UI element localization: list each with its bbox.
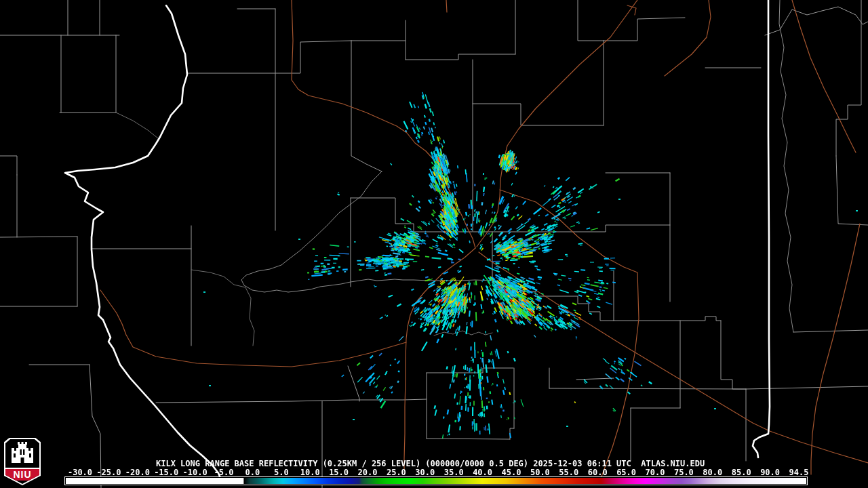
scale-tick-label: 75.0 [674,468,694,477]
scale-tick-label: -25.0 [96,468,121,477]
scale-tick-label: -5.0 [214,468,234,477]
scale-tick-label: 90.0 [760,468,780,477]
scale-tick-label: 50.0 [530,468,550,477]
dbz-colorbar-gradient [66,478,806,484]
scale-tick-label: 5.0 [274,468,289,477]
scale-tick-label: 0.0 [245,468,260,477]
scale-tick-label: 40.0 [473,468,492,477]
scale-tick-label: 85.0 [732,468,751,477]
scale-tick-label: 20.0 [358,468,378,477]
scale-tick-label: -20.0 [125,468,150,477]
scale-tick-label: 55.0 [559,468,578,477]
radar-display: KILX LONG RANGE BASE REFLECTIVITY (0.25K… [0,0,868,488]
niu-logo: NIU [4,438,41,485]
niu-shield: NIU [5,439,39,484]
dbz-scale-labels: -30.0-25.0-20.0-15.0-10.0-5.00.05.010.01… [0,468,868,476]
scale-tick-label: 35.0 [444,468,464,477]
scale-tick-label: 65.0 [616,468,636,477]
scale-tick-label: -30.0 [68,468,92,477]
dbz-colorbar [64,476,808,485]
radar-map-canvas [0,0,868,488]
scale-tick-label: 15.0 [329,468,349,477]
scale-tick-label: 70.0 [646,468,665,477]
niu-logo-band: NIU [5,468,39,481]
scale-tick-label: 10.0 [300,468,320,477]
radar-caption: KILX LONG RANGE BASE REFLECTIVITY (0.25K… [156,459,705,468]
scale-tick-label: 80.0 [703,468,722,477]
scale-tick-label: -10.0 [183,468,208,477]
scale-tick-label: 94.5 [789,468,809,477]
scale-tick-label: 30.0 [415,468,435,477]
scale-tick-label: 25.0 [387,468,406,477]
scale-tick-label: 60.0 [588,468,608,477]
scale-tick-label: -15.0 [154,468,178,477]
niu-logo-text: NIU [13,470,31,479]
castle-icon [8,442,37,466]
scale-tick-label: 45.0 [502,468,521,477]
